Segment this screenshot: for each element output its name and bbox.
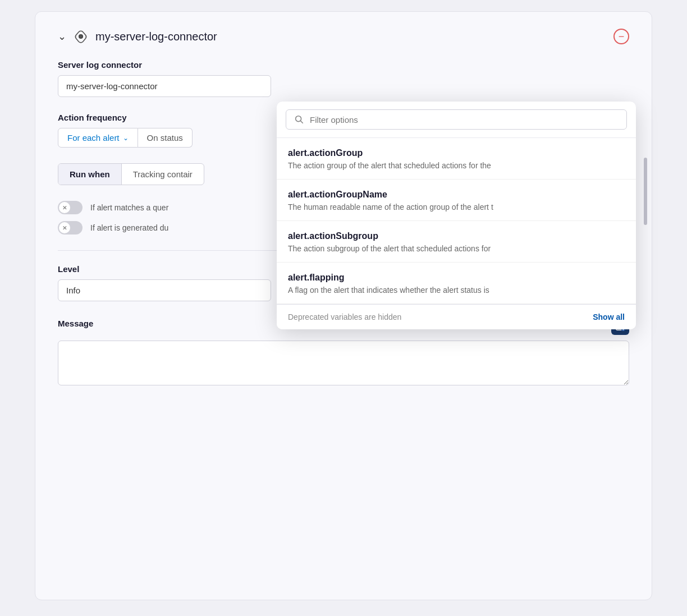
filter-options-input[interactable] — [310, 115, 619, 125]
item-desc: The action group of the alert that sched… — [288, 161, 625, 170]
scrollbar[interactable] — [644, 158, 647, 225]
remove-button[interactable]: − — [613, 29, 629, 44]
item-name: alert.actionGroupName — [288, 190, 625, 200]
tab-tracking-label: Tracking contair — [133, 169, 193, 179]
dropdown-list: alert.actionGroup The action group of th… — [277, 138, 636, 304]
message-label: Message — [58, 319, 93, 328]
svg-point-0 — [79, 35, 83, 39]
toggle-1[interactable]: ✕ — [58, 201, 83, 214]
filter-dropdown: alert.actionGroup The action group of th… — [277, 102, 636, 329]
connector-icon — [73, 29, 89, 44]
toggle-1-text: If alert matches a quer — [90, 203, 168, 212]
main-panel: ⌄ my-server-log-connector − Server log c… — [35, 11, 652, 600]
dropdown-footer: Deprecated variables are hidden Show all — [277, 304, 636, 329]
on-status-button[interactable]: On status — [138, 128, 193, 148]
on-status-label: On status — [147, 133, 183, 142]
item-desc: The human readable name of the action gr… — [288, 203, 625, 212]
collapse-icon[interactable]: ⌄ — [58, 30, 66, 43]
toggle-x-icon-2: ✕ — [62, 225, 67, 231]
svg-line-9 — [300, 121, 303, 123]
level-input[interactable] — [58, 279, 271, 301]
item-name: alert.actionGroup — [288, 148, 625, 158]
message-textarea[interactable] — [58, 341, 629, 385]
toggle-x-icon-1: ✕ — [62, 205, 67, 211]
show-all-button[interactable]: Show all — [593, 312, 625, 321]
item-desc: A flag on the alert that indicates wheth… — [288, 286, 625, 295]
list-item[interactable]: alert.actionGroupName The human readable… — [277, 180, 636, 221]
toggle-knob-2: ✕ — [59, 222, 70, 233]
panel-header: ⌄ my-server-log-connector − — [58, 29, 629, 44]
tab-tracking-contain[interactable]: Tracking contair — [122, 164, 204, 185]
filter-input-wrap — [286, 109, 627, 130]
item-name: alert.actionSubgroup — [288, 231, 625, 241]
item-name: alert.flapping — [288, 273, 625, 283]
server-log-label: Server log connector — [58, 60, 629, 70]
toggle-knob-1: ✕ — [59, 202, 70, 213]
search-icon — [294, 114, 304, 125]
server-log-input[interactable] — [58, 75, 271, 97]
list-item[interactable]: alert.flapping A flag on the alert that … — [277, 263, 636, 304]
tab-run-when-label: Run when — [70, 169, 110, 179]
for-each-alert-label: For each alert — [67, 133, 120, 142]
toggle-2[interactable]: ✕ — [58, 221, 83, 235]
item-desc: The action subgroup of the alert that sc… — [288, 244, 625, 253]
panel-title: my-server-log-connector — [95, 30, 217, 43]
filter-input-row — [277, 102, 636, 138]
list-item[interactable]: alert.actionGroup The action group of th… — [277, 138, 636, 180]
list-item[interactable]: alert.actionSubgroup The action subgroup… — [277, 221, 636, 263]
for-each-alert-button[interactable]: For each alert ⌄ — [58, 128, 138, 148]
tab-run-when[interactable]: Run when — [58, 164, 122, 185]
toggle-2-text: If alert is generated du — [90, 223, 168, 232]
deprecated-text: Deprecated variables are hidden — [288, 312, 401, 321]
server-log-section: Server log connector — [58, 60, 629, 97]
chevron-down-icon: ⌄ — [123, 134, 129, 142]
tabs-row: Run when Tracking contair — [58, 163, 204, 185]
panel-header-left: ⌄ my-server-log-connector — [58, 29, 217, 44]
